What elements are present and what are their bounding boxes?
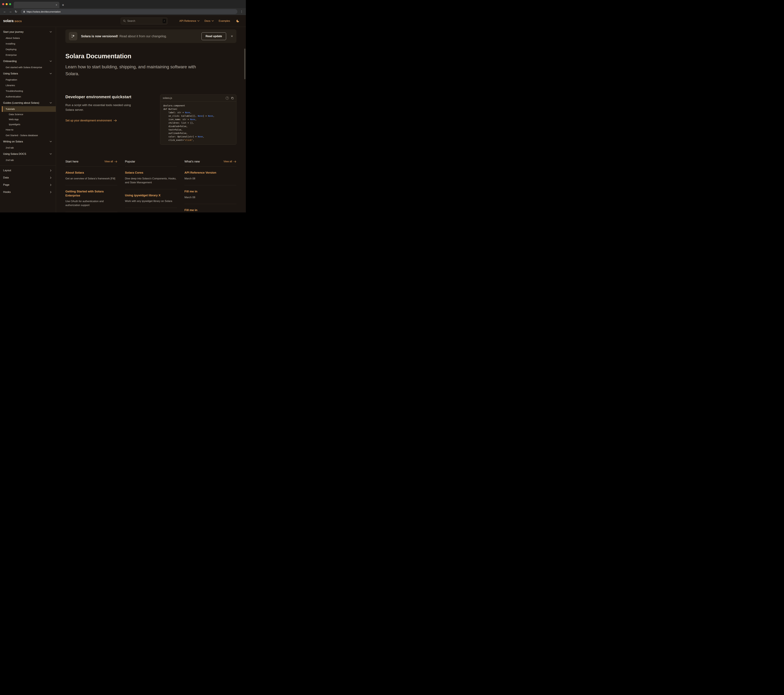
sidebar-item-data-science[interactable]: Data Science <box>0 112 56 117</box>
site-logo[interactable]: solara DOCS <box>3 19 22 23</box>
arrow-right-icon <box>234 161 236 163</box>
site-header: solara DOCS Search / API Reference Docs … <box>0 15 246 27</box>
copy-icon[interactable] <box>231 97 234 100</box>
page-subtitle: Learn how to start building, shipping, a… <box>65 64 205 77</box>
sidebar-section-using-solara-docs[interactable]: Using Solara DOCS <box>0 151 56 157</box>
doc-card-fill-me-in-2[interactable]: Fill me in <box>184 204 236 212</box>
sidebar-item-enterprise[interactable]: Enterprise <box>0 52 56 58</box>
browser-window: × + ← → ↻ https://solara.dev/documentati… <box>0 0 246 212</box>
window-zoom-button[interactable] <box>9 3 11 5</box>
view-all-start-here-link[interactable]: View all <box>104 160 117 163</box>
doc-card-title: Fill me in <box>184 208 236 212</box>
sidebar-item-page[interactable]: Page <box>0 181 56 189</box>
chevron-down-icon <box>212 20 214 21</box>
nav-docs[interactable]: Docs <box>204 20 214 22</box>
banner-close-icon[interactable]: × <box>231 35 233 38</box>
search-shortcut-key: / <box>163 19 166 23</box>
dark-mode-toggle[interactable] <box>236 19 240 23</box>
search-input[interactable]: Search / <box>121 18 168 25</box>
collapsed-label: Hooks <box>3 191 11 194</box>
sidebar-item-get-started-with-solara-enterprise[interactable]: Get started with Solara Enterprise <box>0 64 56 70</box>
quickstart-section: Developer environment quickstart Run a s… <box>65 94 236 145</box>
sidebar-item-pagination[interactable]: Pagination <box>0 77 56 82</box>
collapsed-label: Layout <box>3 169 11 172</box>
chevron-right-icon <box>50 191 51 193</box>
section-label: Using Solara <box>3 72 18 75</box>
scrollbar-thumb[interactable] <box>244 49 245 79</box>
sidebar-section-writing-on-solara[interactable]: Writing on Solara <box>0 138 56 145</box>
sidebar-item-data[interactable]: Data <box>0 174 56 181</box>
sidebar-item-docs-2nd-tab[interactable]: 2nd tab <box>0 157 56 163</box>
chevron-down-icon <box>50 73 52 74</box>
sidebar-item-deploying[interactable]: Deploying <box>0 46 56 52</box>
sidebar-item-layout[interactable]: Layout <box>0 167 56 174</box>
column-title: Popular <box>125 160 135 163</box>
doc-card-ipywidget-library[interactable]: Using ipywidget library X Work with any … <box>125 189 177 208</box>
doc-card-text: Work with any ipywidget library on Solar… <box>125 199 177 203</box>
column-popular: Popular Solara Cores Dive deep into Sola… <box>125 160 177 212</box>
page-content: Start your journey About Solara Installi… <box>0 27 246 212</box>
doc-card-date: March 08 <box>184 177 236 181</box>
nav-api-reference-label: API Reference <box>180 20 196 22</box>
doc-card-title: API Reference Version <box>184 171 236 175</box>
chevron-down-icon <box>50 153 52 154</box>
back-button[interactable]: ← <box>2 10 7 13</box>
column-header: Popular <box>125 160 177 166</box>
window-close-button[interactable] <box>2 3 4 5</box>
top-nav: API Reference Docs Examples <box>180 19 240 23</box>
doc-card-date: March 08 <box>184 196 236 199</box>
quickstart-text: Run a script with the essential tools ne… <box>65 103 139 112</box>
sidebar-item-troubleshooting[interactable]: Troubleshooting <box>0 88 56 94</box>
forward-button[interactable]: → <box>8 10 13 13</box>
browser-menu-icon[interactable]: ⋮ <box>240 10 244 13</box>
doc-card-fill-me-in-1[interactable]: Fill me in March 08 <box>184 185 236 204</box>
doc-card-solara-cores[interactable]: Solara Cores Dive deep into Solara’s Com… <box>125 166 177 189</box>
nav-examples-label: Examples <box>219 20 230 22</box>
tab-close-icon[interactable]: × <box>56 3 57 6</box>
nav-api-reference[interactable]: API Reference <box>180 20 199 22</box>
column-title: Start here <box>65 160 78 163</box>
banner-title: Solara is now versioned! <box>81 35 118 38</box>
quickstart-copy: Developer environment quickstart Run a s… <box>65 94 139 122</box>
help-icon[interactable]: ? <box>226 97 229 100</box>
sidebar-item-tutorials[interactable]: Tutorials <box>2 106 56 112</box>
nav-examples[interactable]: Examples <box>219 20 230 22</box>
url-bar[interactable]: https://solara.dev/documentation <box>21 9 237 14</box>
sidebar-item-how-to[interactable]: How-to <box>0 127 56 133</box>
doc-card-api-reference-version[interactable]: API Reference Version March 08 <box>184 166 236 185</box>
window-controls <box>0 0 14 8</box>
quickstart-heading: Developer environment quickstart <box>65 94 139 99</box>
sidebar-section-using-solara[interactable]: Using Solara <box>0 70 56 77</box>
sidebar-section-onboarding[interactable]: Onboarding <box>0 58 56 64</box>
sidebar-item-writing-2nd-tab[interactable]: 2nd tab <box>0 145 56 151</box>
window-minimize-button[interactable] <box>6 3 8 5</box>
sidebar-item-authentication[interactable]: Authentication <box>0 94 56 100</box>
read-update-button[interactable]: Read update <box>201 33 226 40</box>
sidebar-item-libraries[interactable]: Libraries <box>0 82 56 88</box>
section-label: Using Solara DOCS <box>3 153 26 155</box>
chevron-right-icon <box>50 184 51 186</box>
setup-environment-link[interactable]: Set up your development environment <box>65 119 117 122</box>
new-tab-button[interactable]: + <box>62 3 64 7</box>
logo-text: solara <box>3 19 13 23</box>
sidebar-item-about-solara[interactable]: About Solara <box>0 35 56 41</box>
browser-tab[interactable]: × <box>14 2 59 8</box>
doc-card-getting-started-enterprise[interactable]: Getting Started with Solara Enterprise U… <box>65 185 117 212</box>
sidebar-item-ipywidgets[interactable]: Ipywidgets <box>0 122 56 127</box>
sidebar-item-get-started-solara-database[interactable]: Get Started - Solara database <box>0 133 56 138</box>
chevron-down-icon <box>198 20 199 21</box>
sidebar-item-installing[interactable]: Installing <box>0 41 56 46</box>
doc-card-text: Use OAuth for authentication and authori… <box>65 199 117 207</box>
code-card-header: solara.js ? <box>160 95 236 102</box>
link-columns: Start here View all About Solara Get an … <box>65 160 236 212</box>
main-content: Solara is now versioned! Read about it f… <box>56 27 246 212</box>
sidebar-section-start-your-journey[interactable]: Start your journey <box>0 28 56 35</box>
sidebar-section-guides[interactable]: Guides (Learning about Solara) <box>0 100 56 106</box>
view-all-whats-new-link[interactable]: View all <box>224 160 236 163</box>
sidebar-item-hooks[interactable]: Hooks <box>0 189 56 196</box>
doc-card-about-solara[interactable]: About Solara Get an overview of Solara’s… <box>65 166 117 185</box>
sidebar-item-web-app[interactable]: Web App <box>0 117 56 122</box>
reload-button[interactable]: ↻ <box>13 10 18 13</box>
section-label: Guides (Learning about Solara) <box>3 101 39 104</box>
column-title: What’s new <box>184 160 200 163</box>
